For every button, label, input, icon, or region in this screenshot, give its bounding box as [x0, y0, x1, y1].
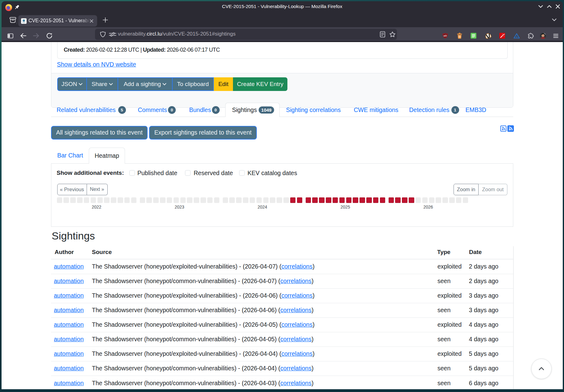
svg-text:uO: uO: [444, 34, 447, 37]
